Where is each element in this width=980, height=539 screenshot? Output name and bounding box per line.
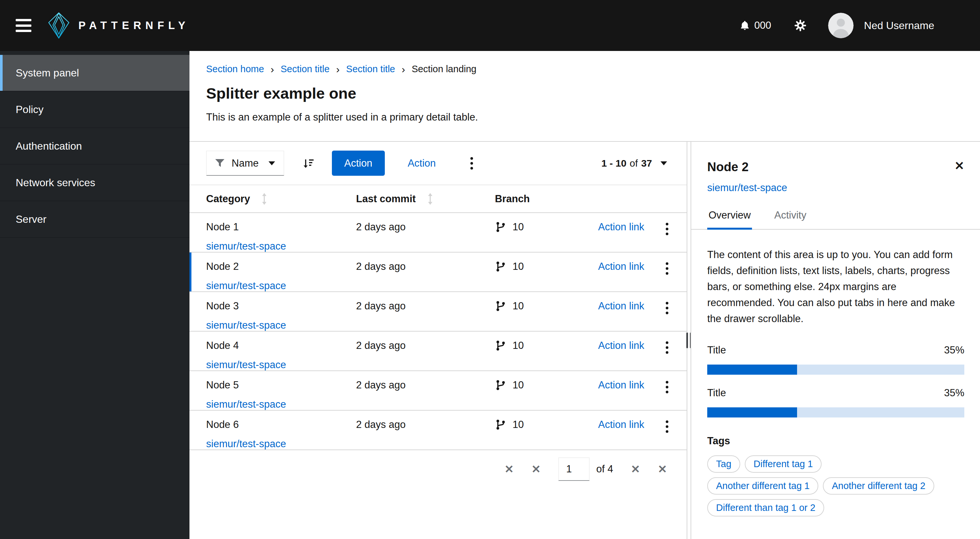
- row-branch-count: 10: [512, 379, 523, 391]
- progress-label: Title: [707, 344, 726, 356]
- table-row[interactable]: Node 6 siemur/test-space 2 days ago 10 A…: [189, 410, 687, 450]
- tag-pill[interactable]: Another different tag 2: [823, 477, 934, 494]
- settings-button[interactable]: [794, 19, 807, 32]
- sidebar-item-label: Server: [16, 213, 46, 226]
- row-last-commit: 2 days ago: [356, 300, 406, 312]
- table-row[interactable]: Node 4 siemur/test-space 2 days ago 10 A…: [189, 332, 687, 371]
- tag-pill[interactable]: Different tag 1: [745, 455, 822, 473]
- row-workspace-link[interactable]: siemur/test-space: [206, 319, 356, 331]
- row-branch-count: 10: [512, 339, 523, 351]
- row-action-link[interactable]: Action link: [598, 261, 644, 272]
- row-kebab-menu[interactable]: [664, 260, 670, 277]
- previous-page-button[interactable]: ✕: [531, 463, 541, 475]
- sidebar-item-label: System panel: [16, 67, 79, 79]
- row-action-link[interactable]: Action link: [598, 300, 644, 312]
- secondary-action-link[interactable]: Action: [408, 157, 436, 169]
- row-kebab-menu[interactable]: [664, 300, 670, 316]
- kebab-icon: [666, 302, 668, 304]
- drawer-title: Node 2: [707, 160, 749, 174]
- brand-name: PATTERNFLY: [78, 19, 189, 32]
- sort-category-button[interactable]: [261, 193, 267, 205]
- table-row[interactable]: Node 5 siemur/test-space 2 days ago 10 A…: [189, 371, 687, 410]
- sort-amount-icon: [302, 157, 314, 169]
- sort-both-icon: [261, 193, 267, 205]
- row-action-link[interactable]: Action link: [598, 340, 644, 351]
- nav-toggle-button[interactable]: [16, 19, 31, 32]
- notification-count: 000: [754, 20, 771, 31]
- sort-last-commit-button[interactable]: [427, 193, 433, 205]
- code-branch-icon: [495, 340, 507, 351]
- caret-down-icon: [660, 161, 667, 165]
- progress-section: Title 35% Title 35%: [707, 344, 964, 418]
- avatar[interactable]: [828, 13, 854, 38]
- code-branch-icon: [495, 221, 507, 233]
- notifications-button[interactable]: 000: [739, 19, 771, 32]
- drawer-tab-activity[interactable]: Activity: [773, 209, 808, 230]
- page-box: of 4: [558, 457, 613, 481]
- row-workspace-link[interactable]: siemur/test-space: [206, 240, 356, 252]
- brand: PATTERNFLY: [47, 13, 189, 38]
- primary-action-button[interactable]: Action: [332, 151, 385, 176]
- first-page-button[interactable]: ✕: [504, 463, 514, 475]
- last-page-button[interactable]: ✕: [658, 463, 667, 475]
- row-kebab-menu[interactable]: [664, 339, 670, 356]
- drawer-workspace-link[interactable]: siemur/test-space: [707, 182, 787, 194]
- patternfly-logo-icon: [47, 13, 70, 38]
- next-page-button[interactable]: ✕: [631, 463, 640, 475]
- sidebar-item-authentication[interactable]: Authentication: [0, 128, 189, 165]
- sort-both-icon: [427, 193, 433, 205]
- sidebar-item-server[interactable]: Server: [0, 201, 189, 238]
- toolbar-kebab-menu[interactable]: [468, 155, 475, 172]
- row-action-link[interactable]: Action link: [598, 419, 644, 430]
- pagination-menu[interactable]: 1 - 10 of 37: [601, 158, 667, 169]
- tag-pill[interactable]: Different than tag 1 or 2: [707, 499, 824, 517]
- drawer-tabs: OverviewActivity: [691, 209, 980, 230]
- table-header: Category Last commit: [189, 185, 687, 213]
- row-action-link[interactable]: Action link: [598, 379, 644, 391]
- sort-button[interactable]: [302, 157, 314, 169]
- row-workspace-link[interactable]: siemur/test-space: [206, 359, 356, 371]
- current-page-input[interactable]: [558, 457, 590, 481]
- close-icon[interactable]: ✕: [955, 160, 964, 172]
- bottom-pagination: ✕ ✕ of 4 ✕ ✕: [189, 450, 687, 481]
- row-kebab-menu[interactable]: [664, 379, 670, 395]
- row-last-commit: 2 days ago: [356, 419, 406, 430]
- filter-dropdown[interactable]: Name: [206, 151, 284, 176]
- gear-icon: [794, 19, 807, 32]
- sidebar-item-policy[interactable]: Policy: [0, 91, 189, 128]
- drawer-body-text: The content of this area is up to you. Y…: [707, 246, 964, 327]
- sidebar-item-label: Authentication: [16, 140, 82, 152]
- breadcrumb-separator-icon: ›: [401, 64, 405, 75]
- page-title: Splitter example one: [206, 84, 980, 102]
- splitter-handle[interactable]: [687, 142, 690, 539]
- table-row[interactable]: Node 3 siemur/test-space 2 days ago 10 A…: [189, 292, 687, 332]
- row-name: Node 3: [206, 300, 356, 312]
- breadcrumb-link[interactable]: Section home: [206, 64, 264, 75]
- row-last-commit: 2 days ago: [356, 340, 406, 351]
- progress-item: Title 35%: [707, 387, 964, 418]
- row-kebab-menu[interactable]: [664, 418, 670, 435]
- tag-pill[interactable]: Tag: [707, 455, 740, 473]
- user-menu[interactable]: Ned Username: [864, 20, 934, 32]
- row-last-commit: 2 days ago: [356, 379, 406, 391]
- breadcrumb: Section home›Section title›Section title…: [206, 64, 980, 75]
- code-branch-icon: [495, 300, 507, 312]
- sidebar-item-system-panel[interactable]: System panel: [0, 55, 189, 91]
- table-row[interactable]: Node 1 siemur/test-space 2 days ago 10 A…: [189, 213, 687, 253]
- row-workspace-link[interactable]: siemur/test-space: [206, 398, 356, 410]
- breadcrumb-link[interactable]: Section title: [281, 64, 329, 75]
- row-workspace-link[interactable]: siemur/test-space: [206, 280, 356, 292]
- tag-pill[interactable]: Another different tag 1: [707, 477, 818, 494]
- drawer-tab-overview[interactable]: Overview: [707, 209, 752, 230]
- kebab-icon: [666, 420, 668, 423]
- hamburger-icon: [16, 19, 31, 21]
- table-row[interactable]: Node 2 siemur/test-space 2 days ago 10 A…: [189, 253, 687, 292]
- row-action-link[interactable]: Action link: [598, 221, 644, 232]
- breadcrumb-link[interactable]: Section title: [346, 64, 395, 75]
- row-workspace-link[interactable]: siemur/test-space: [206, 438, 356, 450]
- details-drawer: Node 2 ✕ siemur/test-space OverviewActiv…: [690, 142, 980, 539]
- row-kebab-menu[interactable]: [664, 221, 670, 237]
- sidebar-item-label: Network services: [16, 177, 95, 189]
- sidebar-item-network-services[interactable]: Network services: [0, 165, 189, 201]
- breadcrumb-separator-icon: ›: [270, 64, 274, 75]
